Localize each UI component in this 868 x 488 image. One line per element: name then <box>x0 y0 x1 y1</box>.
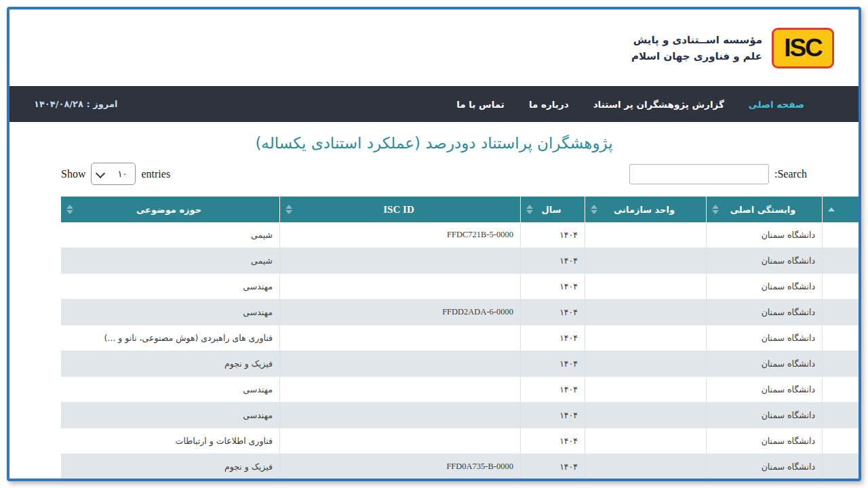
unit-cell <box>585 454 707 480</box>
affiliation-cell: دانشگاه سمنان <box>707 428 823 454</box>
org-name-line1: مؤسسه اســتنادی و پایش <box>631 32 762 48</box>
affiliation-cell: دانشگاه سمنان <box>707 300 823 325</box>
show-label: Show <box>61 168 85 180</box>
page-length-select[interactable]: ۱۰ <box>91 163 136 185</box>
table-body: احمد حسینی بنده قراییدانشگاه سمنان۱۴۰۴FF… <box>61 222 861 480</box>
column-header[interactable]: واحد سازمانی <box>585 197 707 222</box>
isc-id-cell <box>280 248 521 274</box>
researchers-table: ناموابستگی اصلیواحد سازمانیسالISC IDحوزه… <box>61 197 861 480</box>
isc-logo-text: ISC <box>784 34 822 62</box>
name-cell: ساناز علمداری <box>823 325 862 351</box>
table-row: شیوا خانیدانشگاه سمنان۱۴۰۴FFD0A735-B-000… <box>61 454 861 480</box>
affiliation-cell: دانشگاه سمنان <box>707 222 823 248</box>
main-content: پژوهشگران پراستناد دودرصد (عملکرد استناد… <box>61 134 807 480</box>
subject-cell: فیزیک و نجوم <box>61 454 280 480</box>
affiliation-cell: دانشگاه سمنان <box>707 454 823 480</box>
main-nav: امروز : ۱۴۰۴/۰۸/۲۸ صفحه اصلیگزارش پژوهشگ… <box>9 86 859 122</box>
isc-logo[interactable]: ISC <box>772 28 834 68</box>
org-name-line2: علم و فناوری جهان اسلام <box>631 48 762 64</box>
column-label: حوزه موضوعی <box>136 205 201 215</box>
unit-cell <box>585 403 707 428</box>
column-header[interactable]: سال <box>521 197 585 222</box>
year-cell: ۱۴۰۴ <box>521 325 585 351</box>
subject-cell: مهندسی <box>61 403 280 428</box>
sort-both-icon <box>66 205 73 214</box>
table-row: سعید حدادیدانشگاه سمنان۱۴۰۴فیزیک و نجوم <box>61 351 861 377</box>
name-cell: سیف الله سعدالدین <box>823 403 862 428</box>
table-row: حجت کرمیدانشگاه سمنان۱۴۰۴مهندسی <box>61 274 861 300</box>
table-row: سینا کیانیدانشگاه سمنان۱۴۰۴فناوری اطلاعا… <box>61 428 861 454</box>
year-cell: ۱۴۰۴ <box>521 351 585 377</box>
today-date: امروز : ۱۴۰۴/۰۸/۲۸ <box>34 99 117 109</box>
subject-cell: فناوری اطلاعات و ارتباطات <box>61 428 280 454</box>
name-cell: احمد حسینی بنده قرایی <box>823 222 862 248</box>
subject-cell: مهندسی <box>61 274 280 300</box>
column-label: وابستگی اصلی <box>730 205 796 215</box>
nav-item[interactable]: صفحه اصلی <box>749 99 804 110</box>
isc-id-cell: FFDD2ADA-6-0000 <box>280 300 521 325</box>
table-header-row: ناموابستگی اصلیواحد سازمانیسالISC IDحوزه… <box>61 197 861 222</box>
unit-cell <box>585 428 707 454</box>
subject-cell: مهندسی <box>61 377 280 403</box>
search-input[interactable] <box>629 164 769 184</box>
name-cell: سینا کیانی <box>823 428 862 454</box>
isc-id-cell <box>280 428 521 454</box>
sort-ascending-icon <box>828 207 835 211</box>
table-row: ساناز علمداریدانشگاه سمنان۱۴۰۴فناوری های… <box>61 325 861 351</box>
isc-id-cell <box>280 377 521 403</box>
column-header[interactable]: نام <box>823 197 862 222</box>
name-cell: شیوا خانی <box>823 454 862 480</box>
sort-both-icon <box>712 205 719 214</box>
affiliation-cell: دانشگاه سمنان <box>707 274 823 300</box>
subject-cell: فیزیک و نجوم <box>61 351 280 377</box>
table-row: حسین نادرپوردانشگاه سمنان۱۴۰۴FFDD2ADA-6-… <box>61 300 861 325</box>
unit-cell <box>585 274 707 300</box>
unit-cell <box>585 377 707 403</box>
table-row: سیف الله سعدالدیندانشگاه سمنان۱۴۰۴مهندسی <box>61 403 861 428</box>
year-cell: ۱۴۰۴ <box>521 222 585 248</box>
isc-id-cell <box>280 325 521 351</box>
affiliation-cell: دانشگاه سمنان <box>707 248 823 274</box>
sort-both-icon <box>285 205 292 214</box>
subject-cell: مهندسی <box>61 300 280 325</box>
site-header: مؤسسه اســتنادی و پایش علم و فناوری جهان… <box>9 9 859 86</box>
column-header[interactable]: حوزه موضوعی <box>61 197 280 222</box>
isc-id-cell: FFDC721B-5-0000 <box>280 222 521 248</box>
org-name: مؤسسه اســتنادی و پایش علم و فناوری جهان… <box>631 32 762 64</box>
table-row: احمد حسینی بنده قراییدانشگاه سمنان۱۴۰۴FF… <box>61 222 861 248</box>
page-length-control: Show ۱۰ entries <box>61 163 170 185</box>
name-cell: سعید حدادی <box>823 351 862 377</box>
page-length-select-wrap: ۱۰ <box>91 163 136 185</box>
unit-cell <box>585 351 707 377</box>
page-title: پژوهشگران پراستناد دودرصد (عملکرد استناد… <box>61 134 807 152</box>
nav-item[interactable]: درباره ما <box>529 99 569 110</box>
table-row: سعید فرزیندانشگاه سمنان۱۴۰۴مهندسی <box>61 377 861 403</box>
year-cell: ۱۴۰۴ <box>521 248 585 274</box>
name-cell: حسین نادرپور <box>823 300 862 325</box>
affiliation-cell: دانشگاه سمنان <box>707 351 823 377</box>
nav-item[interactable]: تماس با ما <box>456 99 505 110</box>
column-header[interactable]: وابستگی اصلی <box>707 197 823 222</box>
subject-cell: فناوری های راهبردی (هوش مصنوعی، نانو و .… <box>61 325 280 351</box>
column-label: واحد سازمانی <box>614 205 675 215</box>
year-cell: ۱۴۰۴ <box>521 274 585 300</box>
column-label: سال <box>542 205 561 215</box>
page-frame: مؤسسه اســتنادی و پایش علم و فناوری جهان… <box>7 7 861 481</box>
column-label: ISC ID <box>383 204 414 215</box>
table-controls: Show ۱۰ entries Search: <box>61 163 807 185</box>
year-cell: ۱۴۰۴ <box>521 377 585 403</box>
column-header[interactable]: ISC ID <box>280 197 521 222</box>
unit-cell <box>585 248 707 274</box>
name-cell: حجت کرمی <box>823 274 862 300</box>
year-cell: ۱۴۰۴ <box>521 403 585 428</box>
entries-label: entries <box>141 168 170 180</box>
subject-cell: شیمی <box>61 222 280 248</box>
nav-items: صفحه اصلیگزارش پژوهشگران پر استناددرباره… <box>456 99 804 110</box>
year-cell: ۱۴۰۴ <box>521 454 585 480</box>
affiliation-cell: دانشگاه سمنان <box>707 403 823 428</box>
subject-cell: شیمی <box>61 248 280 274</box>
sort-both-icon <box>526 205 533 214</box>
isc-id-cell <box>280 274 521 300</box>
nav-item[interactable]: گزارش پژوهشگران پر استناد <box>593 99 724 110</box>
affiliation-cell: دانشگاه سمنان <box>707 377 823 403</box>
